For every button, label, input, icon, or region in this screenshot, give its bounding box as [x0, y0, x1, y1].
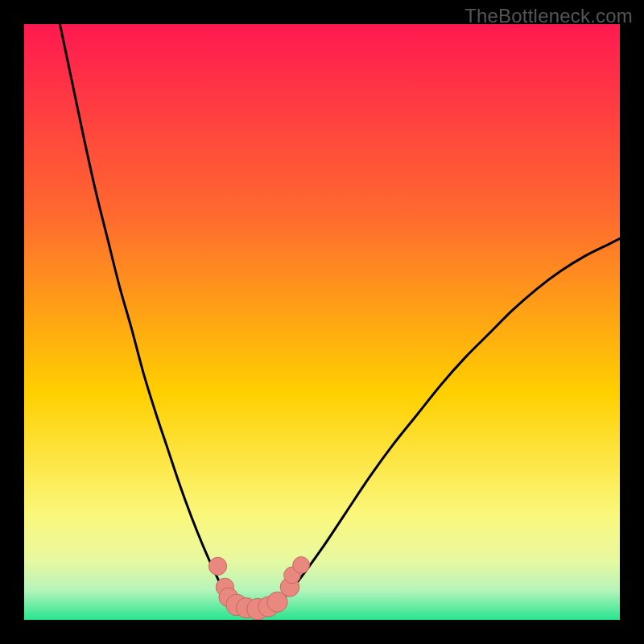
data-marker: [293, 557, 310, 574]
data-marker: [208, 557, 226, 575]
plot-area: [24, 24, 620, 620]
outer-frame: TheBottleneck.com: [0, 0, 644, 644]
gradient-background: [24, 24, 620, 620]
chart-svg: [24, 24, 620, 620]
